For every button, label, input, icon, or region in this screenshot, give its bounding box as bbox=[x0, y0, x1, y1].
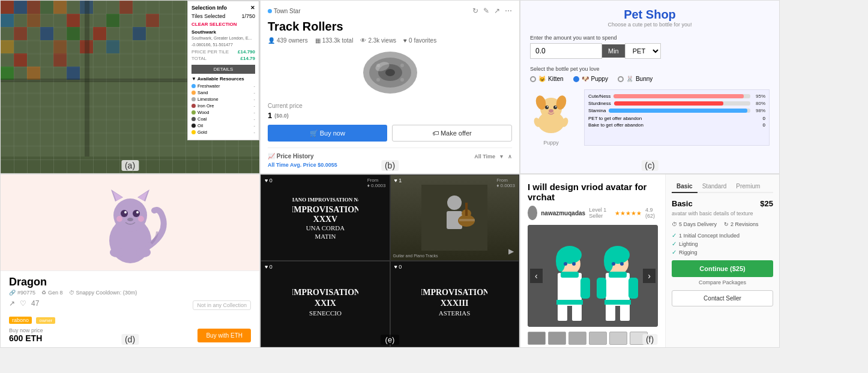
nav-left-button[interactable]: ‹ bbox=[530, 269, 543, 283]
selected-pet-name: Puppy bbox=[530, 140, 572, 146]
like-icon[interactable]: ♡ bbox=[20, 299, 26, 308]
clear-selection-button[interactable]: CLEAR SELECTION bbox=[191, 22, 255, 27]
thumb-1[interactable] bbox=[528, 332, 546, 345]
make-offer-button[interactable]: 🏷 Make offer bbox=[392, 125, 513, 142]
resource-row: Limestone- bbox=[191, 97, 255, 102]
features-list: ✓ 1 Initial Concept Included ✓ Lighting … bbox=[672, 232, 773, 255]
panel-label-c: (c) bbox=[641, 160, 658, 171]
thumb-3[interactable] bbox=[568, 332, 586, 345]
item2-price: From♦ 0.0003 bbox=[496, 178, 515, 188]
share-icon[interactable]: ↗ bbox=[494, 7, 500, 15]
svg-point-68 bbox=[110, 248, 124, 257]
music-item-4: IMPROVISATION XXXIII ASTERIAS ♥ 0 bbox=[390, 261, 520, 347]
price-display: 1 ($0.0) bbox=[268, 111, 512, 120]
nft-price: 600 ETH bbox=[9, 333, 43, 343]
svg-point-51 bbox=[555, 106, 556, 107]
svg-rect-9 bbox=[53, 1, 67, 14]
nav-right-button[interactable]: › bbox=[643, 269, 656, 283]
svg-rect-27 bbox=[67, 67, 80, 80]
music-cover-svg-4: IMPROVISATION XXXIII ASTERIAS bbox=[421, 271, 487, 337]
svg-text:PIANO IMPROVISATION No.: PIANO IMPROVISATION No. bbox=[292, 197, 358, 203]
all-time-filter[interactable]: All Time bbox=[474, 154, 495, 160]
svg-rect-3 bbox=[1, 1, 14, 14]
pet-main-area: Puppy Cute/Ness 95% Sturdiness bbox=[530, 89, 770, 146]
contact-seller-button[interactable]: Contact Seller bbox=[672, 290, 773, 306]
music-item-1: PIANO IMPROVISATION No. IMPROVISATION XX… bbox=[261, 175, 390, 261]
seller-name[interactable]: nawazmuqadas bbox=[541, 210, 585, 216]
svg-rect-100 bbox=[558, 303, 567, 321]
tab-standard[interactable]: Standard bbox=[698, 181, 732, 192]
svg-point-63 bbox=[124, 211, 127, 213]
cuteness-bar-wrap bbox=[613, 94, 750, 98]
continue-button[interactable]: Continue ($25) bbox=[672, 260, 773, 277]
nft-snappy: ⏱Snappy Cooldown: (30m) bbox=[69, 290, 137, 296]
rating-value: 4.9 (62) bbox=[645, 207, 658, 219]
action-icons[interactable]: ↻ ✎ ↗ ⋯ bbox=[472, 7, 512, 15]
pet-option-bunny[interactable]: 🐰 Bunny bbox=[618, 76, 653, 82]
puppy-radio[interactable] bbox=[573, 76, 579, 82]
item4-heart[interactable]: ♥ 0 bbox=[394, 264, 402, 270]
buy-with-eth-button[interactable]: Buy with ETH bbox=[197, 329, 251, 342]
pet-option-puppy[interactable]: 🐶 Puppy bbox=[573, 76, 608, 82]
bake-abandon-row: Bake to get offer abandon 0 bbox=[588, 122, 765, 128]
compare-packages-link[interactable]: Compare Packages bbox=[672, 279, 773, 285]
chart-controls[interactable]: All Time ▾ ∧ bbox=[474, 154, 512, 160]
abandon-section: PET to get offer abandon 0 Bake to get o… bbox=[588, 116, 765, 128]
amount-input[interactable] bbox=[530, 43, 602, 59]
thumb-5[interactable] bbox=[609, 332, 627, 345]
svg-rect-101 bbox=[572, 303, 582, 321]
seller-level: Level 1 Seller bbox=[589, 207, 611, 219]
selection-info-panel: Selection Info ✕ Tiles Selected 1/750 CL… bbox=[187, 1, 259, 140]
buy-now-button[interactable]: 🛒 Buy now bbox=[268, 125, 387, 142]
svg-rect-14 bbox=[119, 1, 133, 14]
stamina-bar bbox=[609, 109, 747, 113]
collapse-icon[interactable]: ∧ bbox=[508, 154, 512, 160]
nft-gen: ♻Gen 8 bbox=[41, 290, 63, 296]
item3-heart[interactable]: ♥ 0 bbox=[265, 264, 273, 270]
amount-row[interactable]: Min PET bbox=[530, 43, 770, 59]
puppy-icon: 🐶 bbox=[582, 76, 589, 82]
panel-label-e: (e) bbox=[381, 335, 400, 345]
delivery-info: ⏱5 Days Delivery ↻2 Revisions bbox=[672, 221, 773, 227]
panel-label-b: (b) bbox=[381, 160, 399, 171]
resource-dot bbox=[191, 104, 196, 108]
feature-2: ✓ Lighting bbox=[672, 240, 773, 247]
music-cover-svg-3: IMPROVISATION XXIX SENECCIO bbox=[292, 271, 358, 337]
tab-premium[interactable]: Premium bbox=[731, 181, 765, 192]
svg-rect-115 bbox=[628, 278, 638, 299]
details-button[interactable]: DETAILS bbox=[191, 65, 255, 74]
svg-rect-112 bbox=[604, 300, 631, 305]
store-info: Town Star bbox=[268, 8, 300, 14]
chevron-down-icon[interactable]: ▾ bbox=[500, 154, 503, 160]
amount-label: Enter the amount you want to spend bbox=[530, 35, 770, 41]
tab-basic[interactable]: Basic bbox=[672, 181, 698, 193]
thumb-2[interactable] bbox=[548, 332, 566, 345]
share-action-icon[interactable]: ↗ bbox=[9, 299, 15, 308]
delivery-days: ⏱5 Days Delivery bbox=[672, 221, 717, 227]
pet-shop-subtitle: Choose a cute pet to bottle for you! bbox=[530, 22, 770, 28]
svg-rect-26 bbox=[53, 53, 67, 67]
feature-3: ✓ Rigging bbox=[672, 249, 773, 255]
edit-icon[interactable]: ✎ bbox=[483, 7, 489, 15]
kitten-radio[interactable] bbox=[530, 76, 536, 82]
close-icon[interactable]: ✕ bbox=[250, 5, 255, 11]
owners-stat: 👤439 owners bbox=[268, 37, 308, 44]
svg-rect-110 bbox=[606, 303, 615, 321]
thumb-4[interactable] bbox=[589, 332, 607, 345]
min-button[interactable]: Min bbox=[602, 44, 625, 58]
svg-rect-15 bbox=[133, 27, 146, 40]
resource-dot bbox=[191, 84, 196, 88]
stamina-row: Stamina 98% bbox=[588, 108, 765, 113]
item2-heart[interactable]: ♥ 1 bbox=[394, 178, 402, 188]
unit-select[interactable]: PET bbox=[625, 43, 661, 59]
refresh-icon[interactable]: ↻ bbox=[472, 7, 478, 15]
cart-icon[interactable]: 47 bbox=[31, 299, 39, 308]
gig-image-area: ‹ › bbox=[528, 225, 658, 327]
bunny-radio[interactable] bbox=[618, 76, 624, 82]
puppy-svg bbox=[530, 89, 572, 137]
pet-option-kitten[interactable]: 😺 Kitten bbox=[530, 76, 564, 82]
item1-heart[interactable]: ♥ 0 bbox=[265, 178, 273, 188]
play-icon[interactable]: ▶ bbox=[508, 247, 514, 255]
more-icon[interactable]: ⋯ bbox=[505, 7, 512, 15]
dragon-image bbox=[88, 175, 172, 270]
